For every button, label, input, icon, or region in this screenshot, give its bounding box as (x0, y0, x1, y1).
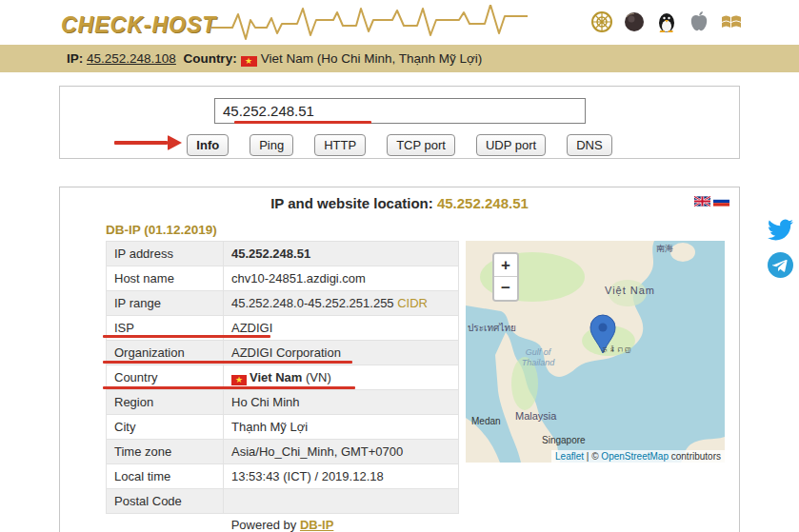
row-label: Time zone (107, 440, 224, 464)
visitor-ip-link[interactable]: 45.252.248.108 (87, 51, 176, 66)
row-label: IP address (107, 242, 224, 266)
annotation-underline-country (103, 386, 355, 389)
table-row: City Thạnh Mỹ Lợi (107, 415, 459, 440)
language-switcher (694, 195, 729, 206)
annotation-underline-isp (103, 335, 270, 338)
powered-by: Powered by DB-IP (106, 518, 459, 532)
cidr-link[interactable]: CIDR (397, 296, 428, 310)
linux-icon[interactable] (655, 10, 678, 33)
openstreetmap-link[interactable]: OpenStreetMap (601, 451, 669, 462)
vietnam-flag-icon (241, 56, 257, 67)
row-value (224, 489, 459, 514)
heartbeat-graphic (211, 5, 583, 41)
row-label: Region (107, 390, 224, 415)
table-row: Region Ho Chi Minh (107, 390, 459, 415)
windows-icon[interactable] (720, 10, 743, 33)
site-logo[interactable]: CHECK-HOST (61, 12, 216, 38)
twitter-icon[interactable] (768, 217, 793, 243)
row-value: Viet Nam (250, 370, 302, 384)
table-row: Postal Code (107, 489, 459, 514)
row-value-suffix: (VN) (306, 370, 331, 384)
tcp-port-button[interactable]: TCP port (387, 134, 455, 156)
dbip-section-header: DB-IP (01.12.2019) (106, 223, 217, 237)
table-row: IP range 45.252.248.0-45.252.251.255 CID… (107, 291, 459, 316)
dbip-link[interactable]: DB-IP (300, 518, 333, 532)
table-row: IP address 45.252.248.51 (107, 242, 459, 266)
dns-button[interactable]: DNS (567, 134, 611, 156)
row-value: 45.252.248.0-45.252.251.255 (231, 296, 394, 310)
russian-flag-icon[interactable] (713, 195, 729, 206)
zoom-out-button[interactable]: − (494, 277, 517, 300)
attribution-suffix: contributors (669, 451, 721, 462)
english-flag-icon[interactable] (694, 195, 710, 206)
row-value: Asia/Ho_Chi_Minh, GMT+0700 (224, 440, 459, 464)
page: CHECK-HOST IP: 45.252.248.108 Count (0, 0, 799, 532)
annotation-underline-input (234, 121, 371, 124)
row-label: Host name (107, 266, 224, 291)
attribution-separator: | © (584, 451, 601, 462)
apple-icon[interactable] (688, 10, 710, 33)
annotation-underline-organization (103, 361, 352, 364)
row-label: City (107, 415, 224, 440)
table-row: Local time 13:53:43 (ICT) / 2019.12.18 (107, 464, 459, 489)
map-attribution: Leaflet | © OpenStreetMap contributors (551, 450, 725, 463)
result-title: IP and website location: 45.252.248.51 (60, 187, 739, 211)
row-label: IP range (107, 291, 224, 316)
map-zoom-control: + − (492, 252, 519, 302)
result-title-text: IP and website location: (270, 195, 433, 211)
row-value: chv10-24851.azdigi.com (224, 266, 459, 291)
annotation-arrow-head (168, 135, 182, 150)
row-label: Local time (107, 464, 224, 489)
visitor-ip-label: IP: (67, 51, 83, 66)
vietnam-flag-icon (231, 375, 247, 385)
table-row: Host name chv10-24851.azdigi.com (107, 266, 459, 291)
row-value: Thạnh Mỹ Lợi (224, 415, 459, 440)
web-icon[interactable] (590, 10, 613, 33)
powered-by-text: Powered by (231, 518, 297, 532)
row-value: Ho Chi Minh (224, 390, 459, 415)
info-button[interactable]: Info (187, 134, 229, 156)
check-buttons-row: Info Ping HTTP TCP port UDP port DNS (60, 134, 739, 156)
bsd-icon[interactable] (623, 10, 646, 33)
visitor-country-value: Viet Nam (Ho Chi Minh, Thạnh Mỹ Lợi) (261, 51, 483, 66)
row-value: 13:53:43 (ICT) / 2019.12.18 (224, 464, 459, 489)
http-button[interactable]: HTTP (314, 134, 366, 156)
telegram-icon[interactable] (768, 252, 793, 278)
result-panel: IP and website location: 45.252.248.51 D… (59, 187, 740, 532)
ping-button[interactable]: Ping (250, 134, 293, 156)
leaflet-link[interactable]: Leaflet (555, 451, 584, 462)
table-row: Time zone Asia/Ho_Chi_Minh, GMT+0700 (107, 440, 459, 464)
row-label: Postal Code (107, 489, 224, 514)
host-check-panel: Info Ping HTTP TCP port UDP port DNS (59, 86, 740, 159)
annotation-arrow-line (114, 141, 168, 145)
host-input[interactable] (214, 98, 586, 124)
social-share-bar (768, 217, 793, 278)
visitor-info-bar: IP: 45.252.248.108 Country:Viet Nam (Ho … (0, 45, 799, 72)
zoom-in-button[interactable]: + (494, 254, 517, 277)
os-icon-row (590, 10, 743, 33)
visitor-country-label: Country: (183, 51, 236, 66)
udp-port-button[interactable]: UDP port (476, 134, 546, 156)
result-title-ip: 45.252.248.51 (437, 195, 529, 211)
row-value: 45.252.248.51 (231, 246, 310, 261)
ip-info-table: IP address 45.252.248.51 Host name chv10… (106, 241, 459, 514)
location-map[interactable]: Việt Nam ประเทศไทย Gulf of Thailand ភ្នំ… (466, 241, 725, 463)
